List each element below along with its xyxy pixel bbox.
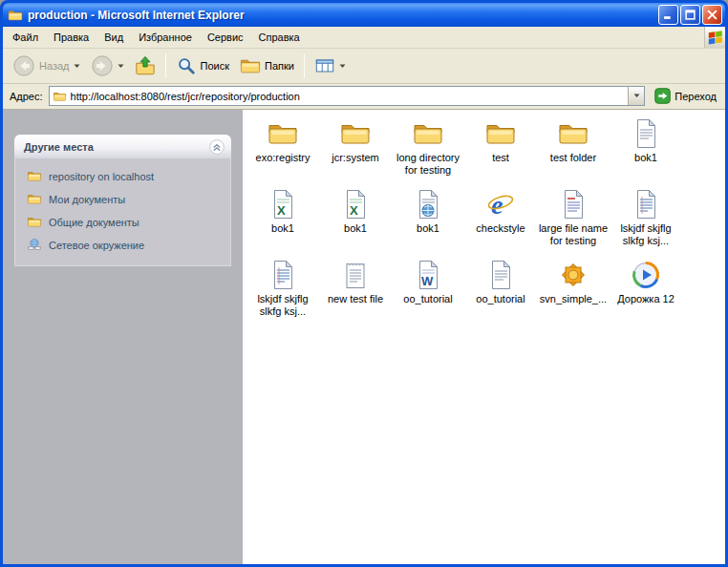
menu-item-6[interactable]: Справка (251, 28, 308, 47)
close-button[interactable] (702, 5, 722, 25)
file-item[interactable]: test (464, 116, 537, 186)
sidebar-item[interactable]: Сетевое окружение (27, 238, 223, 252)
forward-icon (91, 54, 114, 77)
file-label: large file name for testing (538, 222, 609, 247)
svg-text:X: X (277, 203, 286, 218)
file-item[interactable]: oo_tutorial (464, 257, 537, 327)
ruleddoc-icon (267, 260, 299, 290)
file-item[interactable]: svn_simple_... (537, 257, 610, 327)
sidebar: Другие места repository on localhostМои … (3, 110, 243, 564)
file-item[interactable]: exo:registry (246, 116, 319, 186)
file-label: test (492, 152, 509, 164)
file-item[interactable]: large file name for testing (537, 186, 610, 257)
other-places-panel: Другие места repository on localhostМои … (14, 135, 231, 266)
folder-icon (484, 118, 517, 149)
file-label: lskjdf skjflg slkfg ksj... (610, 222, 681, 247)
toolbar-separator (165, 53, 166, 78)
file-item[interactable]: jcr:system (319, 116, 392, 186)
close-icon (707, 10, 717, 20)
excel-icon: X (339, 189, 372, 220)
titlebar[interactable]: production - Microsoft Internet Explorer (3, 3, 725, 27)
folder-icon (27, 215, 42, 229)
file-label: lskjdf skjflg slkfg ksj... (247, 293, 318, 318)
go-label: Переход (674, 91, 717, 102)
address-combo[interactable] (49, 86, 646, 106)
file-item[interactable]: Дорожка 12 (610, 257, 682, 327)
search-button[interactable]: Поиск (171, 52, 234, 79)
folders-button[interactable]: Папки (235, 52, 299, 79)
gear-icon (557, 260, 589, 290)
file-label: bok1 (634, 152, 657, 164)
go-button[interactable]: Переход (651, 88, 722, 104)
file-label: svn_simple_... (540, 293, 607, 305)
file-label: test folder (550, 152, 596, 164)
file-label: bok1 (417, 222, 439, 235)
address-dropdown-button[interactable] (628, 87, 644, 105)
address-label: Адрес: (10, 91, 43, 102)
file-item[interactable]: lskjdf skjflg slkfg ksj... (610, 186, 682, 257)
textfile-icon (557, 189, 589, 220)
collapse-chevron-icon[interactable] (209, 139, 225, 155)
file-item[interactable]: bok1 (610, 116, 682, 186)
menu-item-5[interactable]: Сервис (200, 28, 251, 47)
file-label: checkstyle (476, 222, 525, 235)
minimize-button[interactable] (658, 5, 678, 25)
folder-icon (267, 118, 299, 149)
ie-icon: e (484, 189, 517, 220)
other-places-list: repository on localhostМои документыОбщи… (14, 158, 231, 266)
folders-icon (240, 55, 261, 76)
back-button[interactable]: Назад (8, 52, 85, 80)
sidebar-item[interactable]: repository on localhost (27, 169, 223, 183)
svg-text:X: X (350, 203, 358, 218)
notepad-icon (339, 260, 372, 290)
menubar: ФайлПравкаВидИзбранноеСервисСправка (3, 27, 725, 49)
other-places-title: Другие места (24, 141, 94, 153)
toolbar: Назад Поиск Папки (3, 49, 725, 84)
forward-dropdown-icon (118, 64, 124, 69)
file-item[interactable]: Xbok1 (246, 186, 319, 257)
views-button[interactable] (310, 52, 351, 79)
file-label: oo_tutorial (403, 293, 452, 305)
file-item[interactable]: long directory for testing (392, 116, 464, 186)
maximize-button[interactable] (680, 5, 700, 25)
browser-window: production - Microsoft Internet Explorer… (0, 0, 728, 567)
doc-icon (484, 260, 517, 290)
forward-button[interactable] (86, 52, 129, 80)
content: Другие места repository on localhostМои … (3, 110, 725, 564)
word-icon: W (412, 260, 444, 290)
other-places-header[interactable]: Другие места (14, 135, 231, 158)
file-item[interactable]: new test file (319, 257, 392, 327)
file-item[interactable]: lskjdf skjflg slkfg ksj... (246, 257, 319, 327)
back-label: Назад (39, 60, 70, 72)
menu-item-1[interactable]: Файл (5, 28, 46, 47)
sidebar-item-label: Мои документы (49, 194, 125, 205)
address-dropdown-icon (633, 94, 640, 98)
maximize-icon (685, 10, 696, 20)
file-grid: exo:registryjcr:systemlong directory for… (246, 116, 725, 327)
menu-item-3[interactable]: Вид (96, 28, 131, 47)
file-label: oo_tutorial (476, 293, 525, 305)
file-item[interactable]: Xbok1 (319, 186, 392, 257)
sidebar-item[interactable]: Общие документы (27, 215, 223, 229)
file-item[interactable]: bok1 (392, 186, 464, 257)
file-view[interactable]: exo:registryjcr:systemlong directory for… (243, 110, 725, 564)
address-input[interactable] (71, 87, 625, 105)
globedoc-icon (412, 189, 444, 220)
sidebar-item[interactable]: Мои документы (27, 192, 223, 206)
file-label: bok1 (271, 222, 294, 235)
search-label: Поиск (201, 60, 229, 72)
sidebar-item-label: repository on localhost (49, 171, 154, 182)
menu-item-4[interactable]: Избранное (131, 28, 200, 47)
file-item[interactable]: Woo_tutorial (392, 257, 464, 327)
back-dropdown-icon (74, 64, 80, 69)
sidebar-item-label: Общие документы (49, 217, 139, 228)
file-item[interactable]: test folder (537, 116, 610, 186)
ruleddoc-icon (630, 189, 662, 220)
go-icon (654, 88, 671, 104)
windows-logo (704, 27, 725, 48)
file-item[interactable]: echeckstyle (464, 186, 537, 257)
menu-item-2[interactable]: Правка (46, 28, 96, 47)
folders-label: Папки (265, 60, 294, 72)
up-button[interactable] (130, 52, 161, 79)
doc-icon (630, 118, 662, 149)
